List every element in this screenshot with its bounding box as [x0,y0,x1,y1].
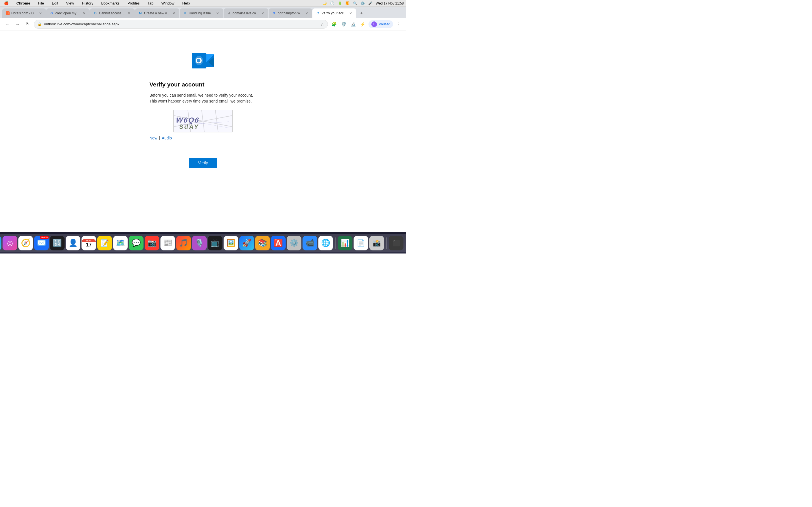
tab-verify[interactable]: O Verify your acc... ✕ [312,8,356,18]
page-title: Verify your account [149,81,257,88]
dock-messages[interactable]: 💬 [129,236,144,250]
menubar-window[interactable]: Window [160,1,176,6]
tab-close-handling[interactable]: ✕ [215,11,220,15]
tab-title-handling: Handling issue... [189,11,214,15]
dock-calculator[interactable]: 🔢 [50,236,64,250]
verify-button[interactable]: Verify [189,158,217,168]
apple-menu[interactable]: 🍎 [2,1,10,6]
siri-icon[interactable]: 🎤 [368,1,372,5]
extensions-puzzle-icon[interactable]: ⚡ [359,20,367,28]
tab-title-domains: domains.live.co... [233,11,259,15]
menu-button[interactable]: ⋮ [395,20,403,28]
dock-notes[interactable]: 📝 [97,236,112,250]
dock-finder[interactable]: 🔵 [0,236,1,250]
dock-appstore[interactable]: 🅰️ [271,236,286,250]
menubar-edit[interactable]: Edit [50,1,60,6]
tab-title-google-cant: can't open my ... [55,11,80,15]
wifi-icon[interactable]: 📶 [345,1,350,5]
tab-title-create: Create a new o... [144,11,170,15]
dock-mail[interactable]: ✉️ 5,045 [34,236,49,250]
dock-mission-control[interactable]: ⬛ [389,236,403,250]
tab-close-verify[interactable]: ✕ [348,11,353,15]
tab-close-cannot[interactable]: ✕ [127,11,132,15]
dock-launchpad[interactable]: 🚀 [239,236,254,250]
svg-text:O: O [195,56,202,65]
menubar-bookmarks[interactable]: Bookmarks [100,1,121,6]
dock-sysprefs[interactable]: ⚙️ [287,236,301,250]
tab-favicon-cannot: O [93,11,97,15]
tab-close-google-cant[interactable]: ✕ [82,11,86,15]
dock-news[interactable]: 📰 [160,236,175,250]
chrome-labs-icon[interactable]: 🔬 [349,20,357,28]
chrome-window: H Hotels.com - D... ✕ G can't open my ..… [0,7,406,253]
profile-avatar: P [371,21,377,27]
dock-photos[interactable]: 🖼️ [223,236,238,250]
menubar-help[interactable]: Help [181,1,192,6]
menubar-file[interactable]: File [36,1,46,6]
tab-northampton[interactable]: G northampton w... ✕ [269,8,312,18]
tab-hotels[interactable]: H Hotels.com - D... ✕ [2,8,46,18]
new-captcha-link[interactable]: New [149,136,157,140]
dock-separator-2 [386,237,387,249]
tab-close-northampton[interactable]: ✕ [304,11,309,15]
dock-calendar[interactable]: NOV 17 [82,236,96,250]
dock-contacts[interactable]: 👤 [66,236,80,250]
tab-google-cant[interactable]: G can't open my ... ✕ [46,8,90,18]
dock-separator [335,237,336,249]
dark-mode-icon[interactable]: 🌙 [322,1,327,5]
dock-textedit[interactable]: 📄 [354,236,368,250]
captcha-links: New | Audio [149,136,257,140]
tab-close-hotels[interactable]: ✕ [38,11,43,15]
tab-handling[interactable]: M Handling issue... ✕ [180,8,223,18]
dock-trash[interactable]: 🗑️ [405,236,406,250]
battery-icon[interactable]: 🔋 [338,1,342,5]
search-icon[interactable]: 🔍 [353,1,357,5]
menubar-profiles[interactable]: Profiles [126,1,141,6]
tab-close-create[interactable]: ✕ [171,11,176,15]
reload-button[interactable]: ↻ [24,20,32,28]
menubar-tab[interactable]: Tab [146,1,155,6]
tab-favicon-northampton: G [272,11,276,15]
dock-zoom[interactable]: 📹 [303,236,317,250]
dock-safari[interactable]: 🧭 [18,236,33,250]
dock-appletv[interactable]: 📺 [208,236,222,250]
dock-chrome[interactable]: 🌐 [318,236,333,250]
audio-captcha-link[interactable]: Audio [162,136,172,140]
profile-button[interactable]: P Paused [368,20,393,28]
dock-image-capture[interactable]: 📸 [369,236,384,250]
outlook-logo: O [190,47,216,73]
tab-create[interactable]: M Create a new o... ✕ [135,8,179,18]
menubar-view[interactable]: View [64,1,75,6]
omnibox[interactable]: 🔒 outlook.live.com/owa/0/captchachalleng… [34,20,328,29]
tab-close-domains[interactable]: ✕ [260,11,265,15]
dock-excel[interactable]: 📊 [338,236,352,250]
lock-icon: 🔒 [38,22,42,26]
dock-books[interactable]: 📚 [255,236,270,250]
menubar-chrome[interactable]: Chrome [15,1,32,6]
time-machine-icon[interactable]: 🕐 [330,1,335,5]
menubar-right: 🌙 🕐 🔋 📶 🔍 ⚙️ 🎤 Wed 17 Nov 21:58 [322,1,404,5]
tab-favicon-domains: d [227,11,231,15]
control-center-icon[interactable]: ⚙️ [361,1,365,5]
tab-favicon-hotels: H [6,11,10,15]
back-button[interactable]: ← [3,20,11,28]
tab-favicon-handling: M [183,11,187,15]
new-tab-button[interactable]: + [357,9,365,17]
dock-photobooth[interactable]: 📷 [145,236,159,250]
dock-siri[interactable]: ◎ [3,236,17,250]
extensions-icon[interactable]: 🧩 [330,20,338,28]
tab-title-northampton: northampton w... [278,11,303,15]
dock-maps[interactable]: 🗺️ [113,236,128,250]
shield-icon[interactable]: 🛡️ [340,20,348,28]
tab-cannot[interactable]: O Cannot access ... ✕ [90,8,135,18]
captcha-image: W6Q6 SdAY [173,110,233,132]
captcha-input[interactable] [170,145,236,153]
dock-music[interactable]: 🎵 [176,236,191,250]
svg-text:W6Q6: W6Q6 [175,116,200,124]
forward-button[interactable]: → [13,20,21,28]
dock-podcasts[interactable]: 🎙️ [192,236,207,250]
tab-domains[interactable]: d domains.live.co... ✕ [223,8,268,18]
svg-text:SdAY: SdAY [179,123,199,130]
menubar-history[interactable]: History [80,1,95,6]
bookmark-star-icon[interactable]: ☆ [320,22,324,26]
